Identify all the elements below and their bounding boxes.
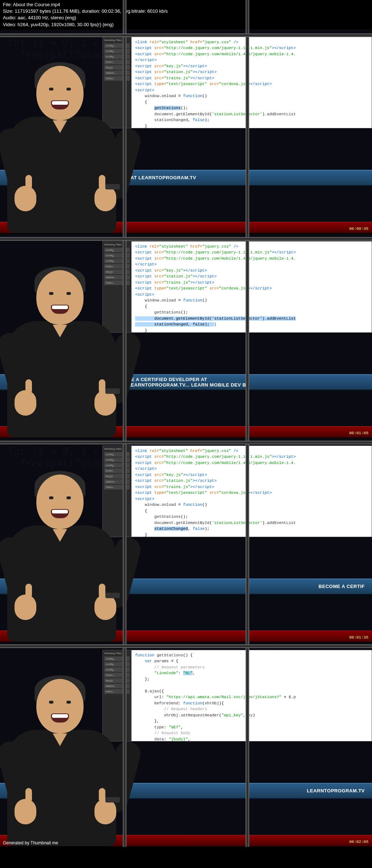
- thumbnail-grid: for (i = 0; i < group_cnt; i++) free(pAl…: [0, 29, 372, 847]
- thumbnail-3: for (i = 0; i < group_cnt->nblocks; i++)…: [0, 438, 372, 643]
- code-editor: Working Files config...config...config..…: [102, 445, 372, 537]
- code-area: <link rel="stylesheet" href="jquery.css"…: [132, 37, 372, 128]
- thumbnail-4: Working Files config...config...config..…: [0, 643, 372, 847]
- file-info: File: About the Course.mp4 Size: 1171915…: [0, 0, 372, 29]
- thumbnail-2: Working Files config...config...config..…: [0, 234, 372, 438]
- code-editor: Working Files config...config...config..…: [102, 37, 372, 128]
- thumbnail-1: for (i = 0; i < group_cnt; i++) free(pAl…: [0, 29, 372, 234]
- code-editor: Working Files config...config...config..…: [102, 241, 372, 333]
- generator-label: Generated by Thumbnail me: [3, 840, 58, 845]
- code-editor: Working Files config...config...config..…: [102, 650, 372, 741]
- presenter: [0, 44, 131, 233]
- timestamp: 00:00:35: [349, 227, 368, 231]
